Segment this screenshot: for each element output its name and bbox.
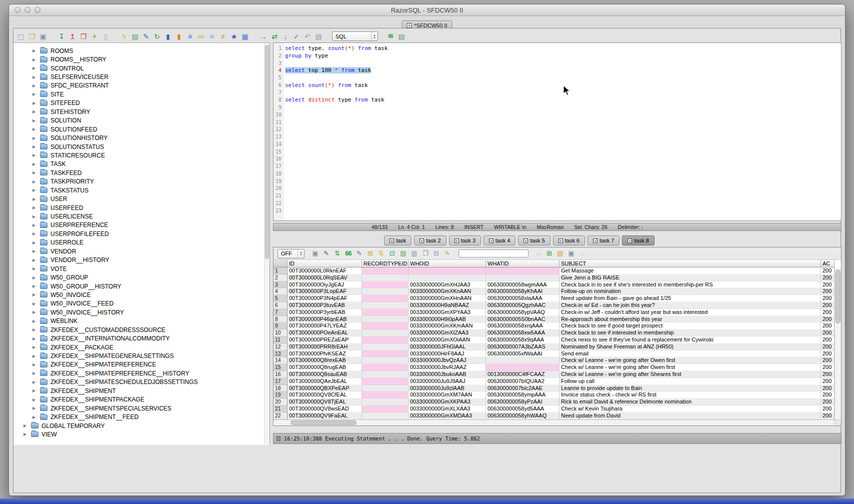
column-header-SUBJECT[interactable]: SUBJECT xyxy=(560,260,821,268)
editor-line[interactable]: 10 xyxy=(274,112,841,119)
results-search-input[interactable] xyxy=(458,250,528,258)
disclosure-triangle-icon[interactable]: ▶ xyxy=(32,336,38,341)
tree-item[interactable]: ▶SELFSERVICEUSER xyxy=(14,72,270,81)
disclosure-triangle-icon[interactable]: ▶ xyxy=(32,75,38,80)
disclosure-triangle-icon[interactable]: ▶ xyxy=(32,58,38,62)
disclosure-triangle-icon[interactable]: ▶ xyxy=(32,284,38,288)
stepper-arrows-icon[interactable]: ▲▼ xyxy=(371,32,378,40)
disclosure-triangle-icon[interactable]: ▶ xyxy=(32,354,38,358)
results-horizontal-scrollbar[interactable] xyxy=(274,420,834,426)
table-star-icon[interactable]: ▦ xyxy=(240,32,250,41)
tree-item[interactable]: ▶W50_GROUP__HISTORY xyxy=(14,282,270,290)
disclosure-triangle-icon[interactable]: ▶ xyxy=(32,197,38,202)
disclosure-triangle-icon[interactable]: ▶ xyxy=(32,388,38,393)
editor-line[interactable]: 16 xyxy=(274,156,841,163)
tree-item[interactable]: ▶ZKFEDEX__SHIPMATESCHEDULEDJOBSSETTINGS xyxy=(14,378,270,386)
stepper-arrows-icon[interactable]: ▲▼ xyxy=(298,250,304,258)
disclosure-triangle-icon[interactable]: ▶ xyxy=(32,136,38,140)
table-row[interactable]: 900T3000000P47LYEAZ0033000000GmXKmAAN006… xyxy=(274,322,841,330)
disclosure-triangle-icon[interactable]: ▶ xyxy=(24,432,30,436)
tree-item[interactable]: ▶ZKFEDEX__SHIPMATEGENERALSETTINGS xyxy=(14,352,270,360)
disclosure-triangle-icon[interactable]: ▶ xyxy=(32,371,38,376)
table-row[interactable]: 1600T3000000Q8sauEAB0033000000JbukoAAB00… xyxy=(274,371,841,378)
results-vscroll-thumb[interactable] xyxy=(836,270,840,324)
tree-item[interactable]: ▶ZKFEDEX__SHIPMATEPREFERENCE xyxy=(14,360,270,369)
tree-item[interactable]: ▶STATICRESOURCE xyxy=(14,151,270,160)
result-tab-task-5[interactable]: ×task 5 xyxy=(518,236,550,246)
column-header-WHOID[interactable]: WHOID xyxy=(408,260,486,268)
disclosure-triangle-icon[interactable]: ▶ xyxy=(32,206,38,210)
tree-item[interactable]: ▶SITE xyxy=(14,90,270,98)
tree-item[interactable]: ▶VENDOR xyxy=(14,247,270,256)
disclosure-triangle-icon[interactable]: ▶ xyxy=(24,424,30,428)
tab-close-icon[interactable]: × xyxy=(593,238,598,243)
table-row[interactable]: 1500T3000000Q8rugEAB0033000000JbvRJAAZCh… xyxy=(274,364,841,371)
book-orange-icon[interactable]: ▮ xyxy=(174,32,184,41)
disclosure-triangle-icon[interactable]: ▶ xyxy=(32,110,38,114)
sql-mode-select[interactable]: SQL ▲▼ xyxy=(332,32,378,41)
tree-item[interactable]: ▶USERROLE xyxy=(14,238,270,247)
editor-line[interactable]: 8select distinct type from task xyxy=(274,96,841,104)
tree-item[interactable]: ▶SOLUTIONSTATUS xyxy=(14,142,270,151)
tree-item[interactable]: ▶ROOMS__HISTORY xyxy=(14,55,270,64)
highlight-pen-icon[interactable]: ✎ xyxy=(443,249,452,258)
tab-close-icon[interactable]: × xyxy=(406,23,412,28)
reload-sql-icon[interactable]: ↻ xyxy=(152,32,162,41)
tree-view-icon[interactable]: ⊞ xyxy=(366,249,374,258)
database-icon[interactable]: ▯ xyxy=(101,32,110,41)
swap-connection-icon[interactable]: ⇄ xyxy=(270,32,279,41)
disclosure-triangle-icon[interactable]: ▶ xyxy=(32,310,38,314)
tree-item[interactable]: ▶VIEW xyxy=(14,430,270,438)
disclosure-triangle-icon[interactable]: ▶ xyxy=(32,292,38,297)
disclosure-triangle-icon[interactable]: ▶ xyxy=(32,302,38,306)
execute-lightning-icon[interactable]: ϟ xyxy=(120,32,128,41)
download-icon[interactable]: ↓ xyxy=(578,249,586,258)
tree-item[interactable]: ▶SOLUTION xyxy=(14,116,270,125)
log-list-icon[interactable]: ▤ xyxy=(397,32,406,41)
tree-item[interactable]: ▶ZKFEDEX__CUSTOMADDRESSSOURCE xyxy=(14,326,270,334)
editor-line[interactable]: 15 xyxy=(274,148,841,156)
tree-item[interactable]: ▶ZKFEDEX__PACKAGE xyxy=(14,343,270,352)
table-row[interactable]: 800T3000000P46qnEAB0033000000H9i0pAAB006… xyxy=(274,316,841,323)
table-row[interactable]: 1800T3000000QBXPeEAP0033000000Ju9zlAAB00… xyxy=(274,385,841,392)
disclosure-triangle-icon[interactable]: ▶ xyxy=(32,170,38,175)
view-quotes-icon[interactable]: 66 xyxy=(344,249,352,258)
disclosure-triangle-icon[interactable]: ▶ xyxy=(32,162,38,166)
editor-line[interactable]: 5 xyxy=(274,74,841,82)
table-gear-icon[interactable]: ⊞ xyxy=(545,249,554,258)
column-header-ID[interactable]: ID xyxy=(288,260,362,268)
tree-item[interactable]: ▶W50_GROUP xyxy=(14,273,270,282)
disclosure-triangle-icon[interactable]: ▶ xyxy=(32,127,38,132)
editor-line[interactable]: 21 xyxy=(274,192,841,200)
tree-item[interactable]: ▶TASK xyxy=(14,160,270,168)
disclosure-triangle-icon[interactable]: ▶ xyxy=(32,276,38,280)
sidebar-scrollbar-thumb[interactable] xyxy=(265,45,269,259)
results-vertical-scrollbar[interactable] xyxy=(834,268,841,420)
tree-item[interactable]: ▶ZKFEDEX__SHIPMENT xyxy=(14,386,270,395)
format-edit-icon[interactable]: ≔ xyxy=(196,32,206,41)
tab-close-icon[interactable]: × xyxy=(628,238,632,243)
filter-sort-icon[interactable]: ✎ xyxy=(322,249,330,258)
editor-line[interactable]: 17 xyxy=(274,163,841,170)
tree-item[interactable]: ▶TASKSTATUS xyxy=(14,186,270,194)
disclosure-triangle-icon[interactable]: ▶ xyxy=(32,101,38,106)
disclosure-triangle-icon[interactable]: ▶ xyxy=(32,398,38,402)
tree-item[interactable]: ▶ZKFEDEX__SHIPMENT__FEED xyxy=(14,412,270,421)
sort-updown-icon[interactable]: ⇅ xyxy=(377,249,386,258)
disclosure-triangle-icon[interactable]: ▶ xyxy=(32,415,38,420)
tree-item[interactable]: ▶SCONTROL xyxy=(14,64,270,72)
tree-item[interactable]: ▶VOTE xyxy=(14,264,270,273)
tree-item[interactable]: ▶SOLUTIONFEED xyxy=(14,125,270,134)
disclosure-triangle-icon[interactable]: ▶ xyxy=(32,319,38,324)
tab-close-icon[interactable]: × xyxy=(489,238,494,243)
disclosure-triangle-icon[interactable]: ▶ xyxy=(32,380,38,384)
editor-line[interactable]: 14 xyxy=(274,141,841,148)
disclosure-triangle-icon[interactable]: ▶ xyxy=(32,362,38,367)
tree-item[interactable]: ▶USERLICENSE xyxy=(14,212,270,220)
editor-line[interactable]: 19 xyxy=(274,178,841,186)
tab-close-icon[interactable]: × xyxy=(524,238,528,243)
copy-results-icon[interactable]: ❐ xyxy=(421,249,430,258)
tree-item[interactable]: ▶ZKFEDEX__SHIPMENTPACKAGE xyxy=(14,396,270,404)
tab-close-icon[interactable]: × xyxy=(454,238,459,243)
tree-item[interactable]: ▶ZKFEDEX__INTERNATIONALCOMMODITY xyxy=(14,334,270,342)
